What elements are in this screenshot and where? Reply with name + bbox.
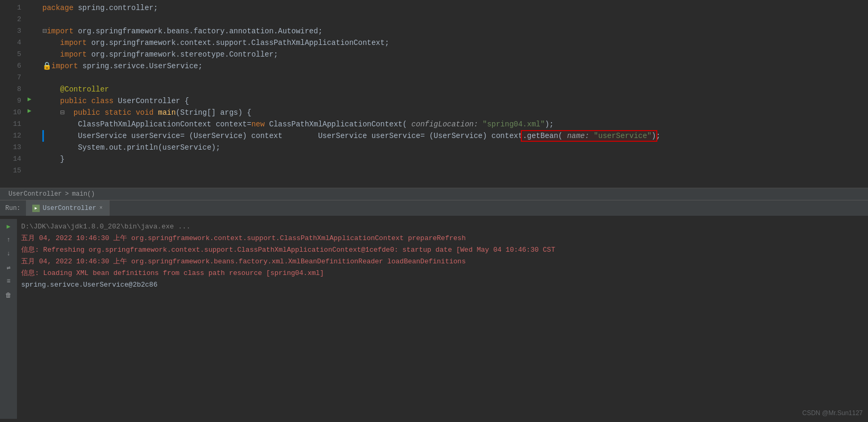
code-token: public <box>74 108 105 117</box>
line-number: 14 <box>0 153 21 165</box>
line-numbers: 123456789101112131415 <box>0 0 26 188</box>
code-token: .getBean( <box>522 132 563 140</box>
console-sidebar: ▶ ↑ ↓ ⇌ ≡ 🗑 <box>0 219 17 419</box>
line-number: 10 <box>0 107 21 118</box>
code-token: UserController <box>118 97 180 105</box>
code-token: new <box>251 120 269 129</box>
code-line: } <box>42 153 868 165</box>
line-number: 3 <box>0 25 21 37</box>
line-number: 13 <box>0 142 21 153</box>
console-line: 信息: Refreshing org.springframework.conte… <box>21 244 864 256</box>
scroll-button[interactable]: ⇌ <box>3 262 14 273</box>
console-line: 五月 04, 2022 10:46:30 上午 org.springframew… <box>21 233 864 244</box>
code-content: package spring.controller; ⊟import org.s… <box>38 0 868 188</box>
run-gutter-icon[interactable]: ▶ <box>28 107 31 115</box>
code-token: main <box>158 108 176 117</box>
code-token: configLocation: <box>407 120 478 129</box>
code-token: ⊟ <box>42 108 74 117</box>
gutter-row <box>26 35 38 47</box>
gutter-area: ▶▶ <box>26 0 38 188</box>
trash-button[interactable]: 🗑 <box>3 290 14 300</box>
code-token: "userService" <box>589 132 652 140</box>
line-number: 5 <box>0 49 21 60</box>
line-number: 4 <box>0 37 21 49</box>
code-token: static <box>105 108 136 117</box>
code-line: @Controller <box>42 84 868 95</box>
code-line: UserService userService= (UserService) c… <box>42 130 868 142</box>
run-tab[interactable]: ▶ UserController × <box>26 200 110 216</box>
gutter-row <box>26 151 38 163</box>
code-token: UserService userService= (UserService) c… <box>283 132 523 140</box>
breadcrumb-bar: UserController > main() <box>0 188 868 200</box>
console-line: 五月 04, 2022 10:46:30 上午 org.springframew… <box>21 256 864 268</box>
code-token: void <box>135 108 158 117</box>
run-tab-icon: ▶ <box>32 205 40 212</box>
run-tab-bar: Run: ▶ UserController × <box>0 200 868 216</box>
code-line: ⊟import org.springframework.beans.factor… <box>42 25 868 37</box>
gutter-row <box>26 163 38 175</box>
code-token: 🔒 <box>42 62 51 70</box>
code-token: ClassPathXmlApplicationContext( <box>269 120 406 129</box>
code-editor: 123456789101112131415 ▶▶ package spring.… <box>0 0 868 200</box>
run-gutter-icon[interactable]: ▶ <box>28 95 31 103</box>
code-token: import <box>42 39 91 47</box>
code-token: @Controller <box>42 85 109 94</box>
line-number: 11 <box>0 118 21 130</box>
code-token: import <box>42 50 91 59</box>
line-number: 7 <box>0 72 21 84</box>
code-area: 123456789101112131415 ▶▶ package spring.… <box>0 0 868 188</box>
code-token: (String[] args) { <box>176 108 251 117</box>
code-token: org.springframework.stereotype. <box>91 50 229 59</box>
clear-button[interactable]: ≡ <box>3 276 14 287</box>
code-token: ; <box>274 50 278 59</box>
code-token: System. <box>42 143 109 152</box>
code-token: ); <box>545 120 554 129</box>
rerun-button[interactable]: ↓ <box>3 249 14 259</box>
console-output: D:\JDK\Java\jdk1.8.0_202\bin\java.exe ..… <box>17 219 868 419</box>
gutter-row <box>26 140 38 151</box>
getbean-highlight: .getBean( name: "userService") <box>522 132 656 140</box>
code-line <box>42 72 868 84</box>
line-number: 6 <box>0 60 21 72</box>
code-line: public class UserController { <box>42 95 868 107</box>
code-token: name: <box>563 132 589 140</box>
watermark: CSDN @Mr.Sun1127 <box>802 409 863 417</box>
run-button[interactable]: ▶ <box>3 221 14 232</box>
code-line <box>42 14 868 25</box>
blue-marker <box>42 130 44 142</box>
code-token: } <box>42 155 65 163</box>
console-line: spring.serivce.UserService@2b2c86 <box>21 279 864 291</box>
code-token: public <box>42 97 91 105</box>
code-line: ClassPathXmlApplicationContext context=n… <box>42 118 868 130</box>
code-token: org.springframework.context.support.Clas… <box>91 39 389 47</box>
code-token: "spring04.xml" <box>478 120 545 129</box>
code-token: spring.controller; <box>78 4 158 12</box>
line-number: 12 <box>0 130 21 142</box>
code-token: org.springframework.beans.factory.annota… <box>78 27 322 35</box>
code-token: class <box>91 97 117 105</box>
gutter-row <box>26 23 38 35</box>
gutter-row <box>26 70 38 81</box>
breadcrumb-item-1: UserController <box>8 190 62 198</box>
code-token: .println(userService); <box>122 143 220 152</box>
code-token: import <box>51 62 83 70</box>
code-line: ⊟ public static void main(String[] args)… <box>42 107 868 118</box>
run-label: Run: <box>0 205 26 212</box>
console-line: 信息: Loading XML bean definitions from cl… <box>21 268 864 279</box>
gutter-row <box>26 81 38 93</box>
console-area: ▶ ↑ ↓ ⇌ ≡ 🗑 D:\JDK\Java\jdk1.8.0_202\bin… <box>0 216 868 422</box>
code-token: ; <box>656 132 660 140</box>
line-number: 1 <box>0 2 21 14</box>
code-line: import org.springframework.stereotype.Co… <box>42 49 868 60</box>
line-number: 2 <box>0 14 21 25</box>
close-icon[interactable]: × <box>100 205 103 211</box>
run-tab-name: UserController <box>43 205 96 212</box>
stop-button[interactable]: ↑ <box>3 235 14 245</box>
code-line: 🔒import spring.serivce.UserService; <box>42 60 868 72</box>
console-line: D:\JDK\Java\jdk1.8.0_202\bin\java.exe ..… <box>21 221 864 233</box>
breadcrumb-item-2: main() <box>72 190 95 198</box>
gutter-row <box>26 12 38 23</box>
gutter-row: ▶ <box>26 93 38 105</box>
code-line: import org.springframework.context.suppo… <box>42 37 868 49</box>
gutter-row <box>26 0 38 12</box>
